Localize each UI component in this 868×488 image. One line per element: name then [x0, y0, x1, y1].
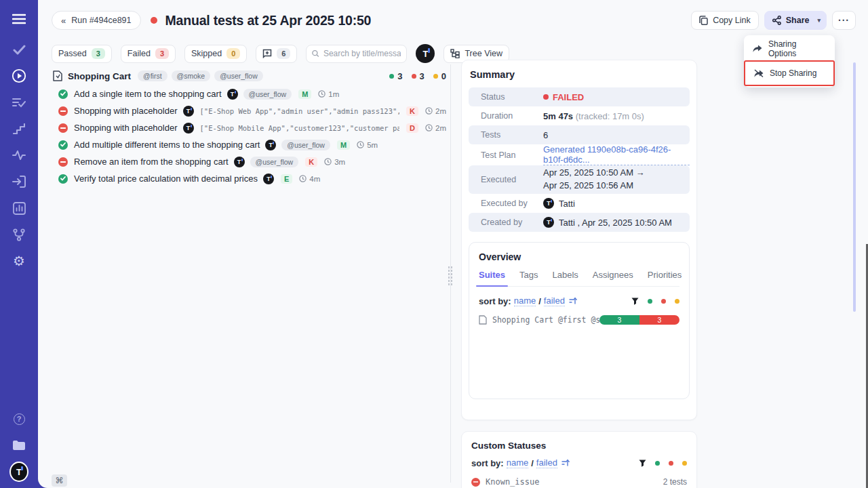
- back-to-run-button[interactable]: « Run #494ce891: [52, 11, 141, 30]
- tag[interactable]: @user_flow: [281, 140, 330, 150]
- tab-tags[interactable]: Tags: [519, 270, 538, 280]
- tag[interactable]: @user_flow: [214, 70, 263, 81]
- overview-tabs: Suites Tags Labels Assignees Priorities: [479, 270, 679, 287]
- assignee-avatar: T: [234, 157, 245, 167]
- test-plans-icon[interactable]: [11, 94, 27, 110]
- chevron-down-icon[interactable]: ▾: [817, 17, 821, 24]
- legend-passed-dot[interactable]: [655, 461, 660, 466]
- steps-icon[interactable]: [11, 121, 27, 137]
- status-letter-badge: E: [281, 174, 292, 184]
- tab-priorities[interactable]: Priorities: [648, 270, 682, 280]
- known-issue-minus-icon: [471, 478, 480, 487]
- brand-logo[interactable]: T: [11, 464, 27, 480]
- suite-row[interactable]: Shopping Cart @first @smoke @user_flow 3…: [47, 68, 446, 84]
- search-input[interactable]: [323, 49, 401, 58]
- sort-direction-icon[interactable]: [569, 297, 577, 305]
- sort-separator: /: [538, 296, 541, 306]
- runs-play-icon[interactable]: [11, 68, 27, 84]
- tag[interactable]: @smoke: [172, 70, 211, 81]
- comment-plus-icon: [262, 49, 272, 58]
- test-duration: 4m: [299, 175, 320, 183]
- tag[interactable]: @user_flow: [250, 157, 299, 167]
- right-panel-scrollbar[interactable]: [853, 62, 856, 312]
- custom-status-row[interactable]: Known_issue 2 tests: [471, 477, 687, 487]
- branches-icon[interactable]: [11, 226, 27, 243]
- summary-row-test-plan: Test Plan Generated 1190e08b-ca96-4f26-b…: [469, 144, 690, 165]
- test-row[interactable]: Add multiple different items to the shop…: [47, 136, 446, 153]
- test-row[interactable]: Verify total price calculation with deci…: [47, 170, 446, 187]
- tag[interactable]: @first: [138, 70, 167, 81]
- run-id-label: Run #494ce891: [71, 16, 131, 25]
- forward-arrow-icon: [753, 45, 762, 53]
- double-chevron-left-icon: «: [61, 16, 66, 26]
- summary-title: Summary: [462, 60, 696, 87]
- projects-folder-icon[interactable]: [11, 437, 27, 453]
- clock-icon: [299, 175, 307, 182]
- suite-counts: 3 3 0: [389, 71, 446, 81]
- menu-item-label: Sharing Options: [768, 39, 826, 58]
- help-icon[interactable]: ?: [11, 411, 27, 427]
- test-plan-link[interactable]: Generated 1190e08b-ca96-4f26-b10f-d6dc..…: [543, 144, 690, 165]
- test-parameters: ["E-Shop Web App","admin_user","admin_pa…: [200, 107, 400, 115]
- legend-skipped-dot[interactable]: [675, 299, 679, 304]
- command-shortcut-key[interactable]: ⌘: [52, 474, 67, 487]
- filter-funnel-icon[interactable]: [639, 460, 646, 467]
- test-row[interactable]: Add a single item to the shopping cart T…: [47, 85, 446, 102]
- duration-value: 5m 47s (tracked: 17m 0s): [543, 111, 644, 121]
- sort-direction-icon[interactable]: [561, 459, 570, 467]
- custom-status-name: Known_issue: [486, 477, 539, 487]
- row-label: Executed by: [469, 199, 543, 208]
- filter-passed-button[interactable]: Passed 3: [52, 45, 112, 63]
- share-button[interactable]: Share ▾: [764, 11, 827, 30]
- failed-dot: [543, 94, 549, 100]
- assignee-avatar: T: [227, 89, 238, 100]
- user-avatar[interactable]: T: [416, 44, 435, 63]
- search-icon: [312, 49, 319, 58]
- panel-resize-handle[interactable]: [448, 266, 454, 286]
- legend-skipped-dot[interactable]: [682, 461, 687, 466]
- copy-link-label: Copy Link: [713, 16, 751, 25]
- overview-suite-row[interactable]: Shopping Cart @first @smoke … 3 3: [479, 315, 679, 325]
- test-title: Shopping with placeholder: [74, 106, 178, 116]
- filter-funnel-icon[interactable]: [631, 298, 639, 305]
- sort-by-name-link[interactable]: name: [514, 296, 536, 306]
- legend-passed-dot[interactable]: [648, 299, 652, 304]
- tab-assignees[interactable]: Assignees: [593, 270, 633, 280]
- sort-by-failed-link[interactable]: failed: [536, 458, 557, 468]
- bar-passed-segment: 3: [599, 315, 639, 325]
- sort-by-name-link[interactable]: name: [507, 458, 529, 468]
- tab-suites[interactable]: Suites: [479, 270, 505, 280]
- passed-dot: [389, 74, 394, 79]
- test-title: Remove an item from the shopping cart: [74, 157, 229, 167]
- sort-by-failed-link[interactable]: failed: [544, 296, 565, 306]
- custom-status-count: 2 tests: [663, 477, 687, 487]
- legend-failed-dot[interactable]: [661, 299, 666, 304]
- row-label: Status: [469, 92, 543, 102]
- tab-labels[interactable]: Labels: [552, 270, 578, 280]
- settings-gear-icon[interactable]: ⚙: [11, 253, 27, 269]
- test-row[interactable]: Shopping with placeholder T ["E-Shop Mob…: [47, 119, 446, 136]
- test-title: Add a single item to the shopping cart: [74, 89, 222, 99]
- more-actions-button[interactable]: ···: [832, 11, 856, 30]
- tests-value: 6: [543, 130, 548, 140]
- menu-icon[interactable]: [11, 11, 27, 27]
- legend-failed-dot[interactable]: [669, 461, 673, 466]
- reports-icon[interactable]: [11, 200, 27, 216]
- comments-filter-button[interactable]: 6: [256, 45, 297, 63]
- row-label: Tests: [469, 130, 543, 140]
- menu-item-sharing-options[interactable]: Sharing Options: [744, 37, 835, 60]
- failed-minus-icon: [58, 123, 68, 133]
- tests-check-icon[interactable]: [11, 41, 27, 58]
- filter-failed-button[interactable]: Failed 3: [121, 45, 176, 63]
- copy-link-button[interactable]: Copy Link: [691, 11, 759, 30]
- pulse-icon[interactable]: [11, 147, 27, 163]
- row-label: Test Plan: [469, 150, 543, 160]
- import-icon[interactable]: [11, 174, 27, 190]
- failed-dot: [412, 74, 416, 79]
- test-row[interactable]: Remove an item from the shopping cart T …: [47, 153, 446, 170]
- test-row[interactable]: Shopping with placeholder T ["E-Shop Web…: [47, 102, 446, 119]
- share-menu: Sharing Options Stop Sharing: [744, 35, 835, 87]
- tag[interactable]: @user_flow: [243, 89, 292, 100]
- filter-skipped-button[interactable]: Skipped 0: [184, 45, 247, 63]
- menu-item-stop-sharing[interactable]: Stop Sharing: [744, 60, 835, 86]
